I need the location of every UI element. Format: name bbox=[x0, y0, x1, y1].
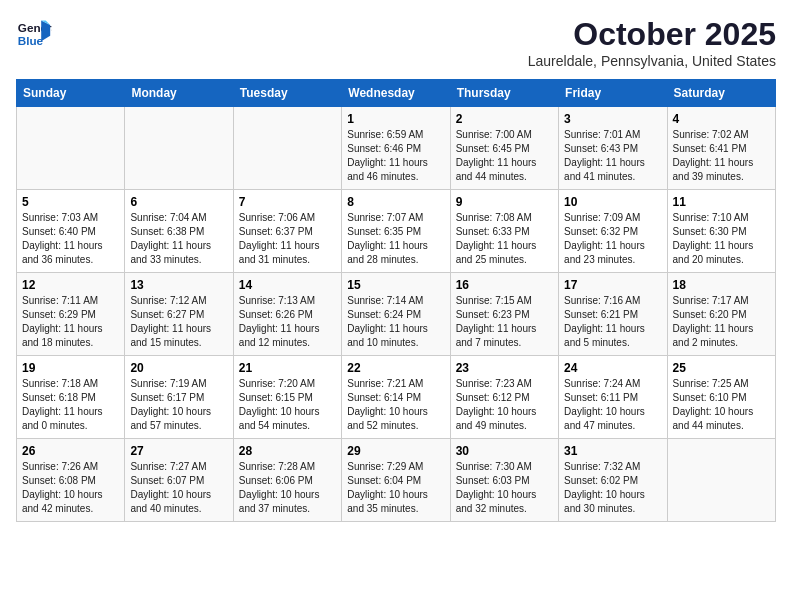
day-info: Sunrise: 7:10 AM Sunset: 6:30 PM Dayligh… bbox=[673, 211, 770, 267]
day-number: 10 bbox=[564, 195, 661, 209]
day-info: Sunrise: 7:07 AM Sunset: 6:35 PM Dayligh… bbox=[347, 211, 444, 267]
day-number: 27 bbox=[130, 444, 227, 458]
day-number: 3 bbox=[564, 112, 661, 126]
calendar-cell: 17Sunrise: 7:16 AM Sunset: 6:21 PM Dayli… bbox=[559, 273, 667, 356]
calendar-cell: 28Sunrise: 7:28 AM Sunset: 6:06 PM Dayli… bbox=[233, 439, 341, 522]
calendar-cell: 21Sunrise: 7:20 AM Sunset: 6:15 PM Dayli… bbox=[233, 356, 341, 439]
calendar-cell: 19Sunrise: 7:18 AM Sunset: 6:18 PM Dayli… bbox=[17, 356, 125, 439]
calendar-cell: 20Sunrise: 7:19 AM Sunset: 6:17 PM Dayli… bbox=[125, 356, 233, 439]
calendar-row-1: 5Sunrise: 7:03 AM Sunset: 6:40 PM Daylig… bbox=[17, 190, 776, 273]
day-info: Sunrise: 7:15 AM Sunset: 6:23 PM Dayligh… bbox=[456, 294, 553, 350]
day-info: Sunrise: 7:29 AM Sunset: 6:04 PM Dayligh… bbox=[347, 460, 444, 516]
day-info: Sunrise: 7:06 AM Sunset: 6:37 PM Dayligh… bbox=[239, 211, 336, 267]
day-info: Sunrise: 7:18 AM Sunset: 6:18 PM Dayligh… bbox=[22, 377, 119, 433]
calendar-cell: 26Sunrise: 7:26 AM Sunset: 6:08 PM Dayli… bbox=[17, 439, 125, 522]
calendar-cell: 15Sunrise: 7:14 AM Sunset: 6:24 PM Dayli… bbox=[342, 273, 450, 356]
title-area: October 2025 Laureldale, Pennsylvania, U… bbox=[528, 16, 776, 69]
calendar-cell bbox=[233, 107, 341, 190]
calendar-cell: 6Sunrise: 7:04 AM Sunset: 6:38 PM Daylig… bbox=[125, 190, 233, 273]
calendar-cell: 7Sunrise: 7:06 AM Sunset: 6:37 PM Daylig… bbox=[233, 190, 341, 273]
day-number: 8 bbox=[347, 195, 444, 209]
day-info: Sunrise: 7:12 AM Sunset: 6:27 PM Dayligh… bbox=[130, 294, 227, 350]
calendar-row-4: 26Sunrise: 7:26 AM Sunset: 6:08 PM Dayli… bbox=[17, 439, 776, 522]
day-number: 6 bbox=[130, 195, 227, 209]
calendar-cell: 5Sunrise: 7:03 AM Sunset: 6:40 PM Daylig… bbox=[17, 190, 125, 273]
calendar-row-2: 12Sunrise: 7:11 AM Sunset: 6:29 PM Dayli… bbox=[17, 273, 776, 356]
day-info: Sunrise: 7:13 AM Sunset: 6:26 PM Dayligh… bbox=[239, 294, 336, 350]
calendar-cell: 18Sunrise: 7:17 AM Sunset: 6:20 PM Dayli… bbox=[667, 273, 775, 356]
day-info: Sunrise: 7:14 AM Sunset: 6:24 PM Dayligh… bbox=[347, 294, 444, 350]
day-number: 17 bbox=[564, 278, 661, 292]
day-number: 13 bbox=[130, 278, 227, 292]
calendar-cell: 8Sunrise: 7:07 AM Sunset: 6:35 PM Daylig… bbox=[342, 190, 450, 273]
calendar-cell: 9Sunrise: 7:08 AM Sunset: 6:33 PM Daylig… bbox=[450, 190, 558, 273]
day-number: 7 bbox=[239, 195, 336, 209]
calendar-cell: 10Sunrise: 7:09 AM Sunset: 6:32 PM Dayli… bbox=[559, 190, 667, 273]
weekday-header-wednesday: Wednesday bbox=[342, 80, 450, 107]
calendar-cell: 30Sunrise: 7:30 AM Sunset: 6:03 PM Dayli… bbox=[450, 439, 558, 522]
day-info: Sunrise: 7:24 AM Sunset: 6:11 PM Dayligh… bbox=[564, 377, 661, 433]
weekday-header-row: SundayMondayTuesdayWednesdayThursdayFrid… bbox=[17, 80, 776, 107]
calendar-table: SundayMondayTuesdayWednesdayThursdayFrid… bbox=[16, 79, 776, 522]
day-info: Sunrise: 7:25 AM Sunset: 6:10 PM Dayligh… bbox=[673, 377, 770, 433]
day-number: 28 bbox=[239, 444, 336, 458]
calendar-cell bbox=[17, 107, 125, 190]
day-info: Sunrise: 7:11 AM Sunset: 6:29 PM Dayligh… bbox=[22, 294, 119, 350]
weekday-header-friday: Friday bbox=[559, 80, 667, 107]
weekday-header-tuesday: Tuesday bbox=[233, 80, 341, 107]
day-number: 4 bbox=[673, 112, 770, 126]
svg-text:Blue: Blue bbox=[18, 34, 44, 47]
day-number: 19 bbox=[22, 361, 119, 375]
calendar-cell: 23Sunrise: 7:23 AM Sunset: 6:12 PM Dayli… bbox=[450, 356, 558, 439]
day-info: Sunrise: 7:28 AM Sunset: 6:06 PM Dayligh… bbox=[239, 460, 336, 516]
logo-icon: General Blue bbox=[16, 16, 52, 52]
calendar-cell bbox=[125, 107, 233, 190]
day-info: Sunrise: 6:59 AM Sunset: 6:46 PM Dayligh… bbox=[347, 128, 444, 184]
day-number: 24 bbox=[564, 361, 661, 375]
weekday-header-saturday: Saturday bbox=[667, 80, 775, 107]
day-number: 18 bbox=[673, 278, 770, 292]
header: General Blue October 2025 Laureldale, Pe… bbox=[16, 16, 776, 69]
day-number: 22 bbox=[347, 361, 444, 375]
day-info: Sunrise: 7:23 AM Sunset: 6:12 PM Dayligh… bbox=[456, 377, 553, 433]
day-number: 14 bbox=[239, 278, 336, 292]
day-info: Sunrise: 7:00 AM Sunset: 6:45 PM Dayligh… bbox=[456, 128, 553, 184]
day-number: 26 bbox=[22, 444, 119, 458]
calendar-cell: 27Sunrise: 7:27 AM Sunset: 6:07 PM Dayli… bbox=[125, 439, 233, 522]
day-info: Sunrise: 7:17 AM Sunset: 6:20 PM Dayligh… bbox=[673, 294, 770, 350]
calendar-cell: 11Sunrise: 7:10 AM Sunset: 6:30 PM Dayli… bbox=[667, 190, 775, 273]
day-number: 23 bbox=[456, 361, 553, 375]
weekday-header-sunday: Sunday bbox=[17, 80, 125, 107]
calendar-cell: 13Sunrise: 7:12 AM Sunset: 6:27 PM Dayli… bbox=[125, 273, 233, 356]
day-number: 12 bbox=[22, 278, 119, 292]
day-info: Sunrise: 7:09 AM Sunset: 6:32 PM Dayligh… bbox=[564, 211, 661, 267]
day-number: 29 bbox=[347, 444, 444, 458]
day-info: Sunrise: 7:01 AM Sunset: 6:43 PM Dayligh… bbox=[564, 128, 661, 184]
day-number: 16 bbox=[456, 278, 553, 292]
calendar-cell: 14Sunrise: 7:13 AM Sunset: 6:26 PM Dayli… bbox=[233, 273, 341, 356]
calendar-cell: 24Sunrise: 7:24 AM Sunset: 6:11 PM Dayli… bbox=[559, 356, 667, 439]
calendar-cell: 2Sunrise: 7:00 AM Sunset: 6:45 PM Daylig… bbox=[450, 107, 558, 190]
day-number: 31 bbox=[564, 444, 661, 458]
day-number: 9 bbox=[456, 195, 553, 209]
calendar-row-3: 19Sunrise: 7:18 AM Sunset: 6:18 PM Dayli… bbox=[17, 356, 776, 439]
day-number: 25 bbox=[673, 361, 770, 375]
day-info: Sunrise: 7:27 AM Sunset: 6:07 PM Dayligh… bbox=[130, 460, 227, 516]
calendar-cell bbox=[667, 439, 775, 522]
day-info: Sunrise: 7:03 AM Sunset: 6:40 PM Dayligh… bbox=[22, 211, 119, 267]
calendar-cell: 12Sunrise: 7:11 AM Sunset: 6:29 PM Dayli… bbox=[17, 273, 125, 356]
calendar-cell: 3Sunrise: 7:01 AM Sunset: 6:43 PM Daylig… bbox=[559, 107, 667, 190]
calendar-cell: 31Sunrise: 7:32 AM Sunset: 6:02 PM Dayli… bbox=[559, 439, 667, 522]
weekday-header-thursday: Thursday bbox=[450, 80, 558, 107]
day-number: 21 bbox=[239, 361, 336, 375]
day-number: 5 bbox=[22, 195, 119, 209]
day-info: Sunrise: 7:26 AM Sunset: 6:08 PM Dayligh… bbox=[22, 460, 119, 516]
day-info: Sunrise: 7:08 AM Sunset: 6:33 PM Dayligh… bbox=[456, 211, 553, 267]
day-info: Sunrise: 7:04 AM Sunset: 6:38 PM Dayligh… bbox=[130, 211, 227, 267]
calendar-cell: 1Sunrise: 6:59 AM Sunset: 6:46 PM Daylig… bbox=[342, 107, 450, 190]
day-number: 20 bbox=[130, 361, 227, 375]
calendar-cell: 4Sunrise: 7:02 AM Sunset: 6:41 PM Daylig… bbox=[667, 107, 775, 190]
day-info: Sunrise: 7:21 AM Sunset: 6:14 PM Dayligh… bbox=[347, 377, 444, 433]
day-info: Sunrise: 7:20 AM Sunset: 6:15 PM Dayligh… bbox=[239, 377, 336, 433]
calendar-cell: 16Sunrise: 7:15 AM Sunset: 6:23 PM Dayli… bbox=[450, 273, 558, 356]
